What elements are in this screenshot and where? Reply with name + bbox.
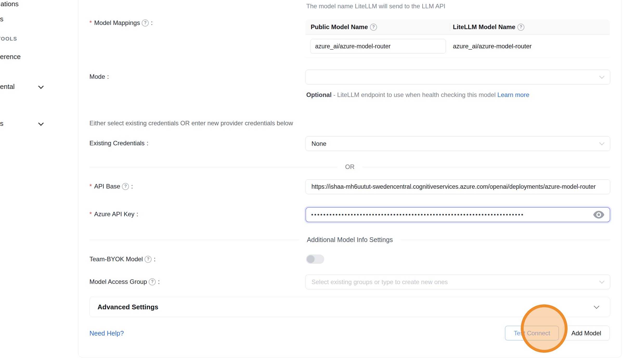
model-mappings-label: * Model Mappings ? : [89,19,153,27]
sidebar-item-truncated-1[interactable]: ations [1,0,18,8]
sidebar: ations s TOOLS erence ental s [0,0,78,360]
advanced-settings-title: Advanced Settings [97,303,595,311]
help-icon[interactable]: ? [142,19,149,27]
help-icon[interactable]: ? [370,24,377,31]
model-mappings-table-header: Public Model Name ? LiteLLM Model Name ? [305,19,610,35]
litellm-model-name-value: azure_ai/azure-model-router [453,35,532,58]
need-help-link[interactable]: Need Help? [89,330,124,337]
sidebar-item-truncated-5[interactable]: s [0,120,3,128]
toggle-knob [307,255,315,263]
api-base-field-wrap [305,179,610,194]
model-mappings-table-row: azure_ai/azure-model-router [305,35,610,58]
add-model-button[interactable]: Add Model [563,326,610,341]
existing-credentials-label: Existing Credentials: [89,140,148,147]
test-connect-button[interactable]: Test Connect [505,326,559,341]
column-divider [450,23,450,31]
help-icon[interactable]: ? [145,256,152,263]
mode-helper-text: Optional - LiteLLM endpoint to use when … [306,90,535,100]
help-icon[interactable]: ? [149,278,156,285]
credentials-note: Either select existing credentials OR en… [89,120,293,127]
sidebar-section-tools: TOOLS [0,36,17,42]
sidebar-item-truncated-3[interactable]: erence [0,53,21,61]
mode-label: Mode: [89,73,109,80]
additional-settings-divider: Additional Model Info Settings [89,236,610,244]
or-divider: OR [89,163,610,171]
sidebar-item-truncated-2[interactable]: s [0,15,3,23]
public-model-name-field-wrap [310,39,446,54]
learn-more-link[interactable]: Learn more [497,91,529,98]
eye-icon[interactable] [593,211,604,219]
required-asterisk: * [89,183,92,190]
required-asterisk: * [89,211,92,218]
chevron-down-icon [38,83,44,89]
model-access-group-placeholder: Select existing groups or type to create… [311,278,448,286]
public-model-name-input[interactable] [315,39,441,53]
azure-api-key-input[interactable] [311,208,591,222]
model-access-group-select[interactable]: Select existing groups or type to create… [305,274,610,289]
required-asterisk: * [89,19,92,27]
chevron-down-icon [599,278,604,284]
api-base-input[interactable] [311,180,608,194]
chevron-down-icon [599,140,604,145]
model-mappings-table: Public Model Name ? LiteLLM Model Name ?… [305,19,610,58]
team-byok-toggle[interactable] [306,254,324,264]
advanced-settings-panel[interactable]: Advanced Settings [89,297,610,317]
model-name-helper-text: The model name LiteLLM will send to the … [306,3,445,10]
team-byok-label: Team-BYOK Model ? : [89,256,155,263]
chevron-down-icon [38,120,44,126]
help-icon[interactable]: ? [517,24,524,31]
model-access-group-label: Model Access Group ? : [89,278,160,285]
azure-api-key-label: * Azure API Key : [89,211,138,218]
chevron-down-icon [599,74,604,79]
sidebar-item-truncated-4[interactable]: ental [0,83,15,91]
chevron-down-icon [594,303,599,309]
api-base-label: * API Base ? : [89,183,133,190]
mode-select[interactable] [305,70,610,84]
azure-api-key-field-wrap [305,207,610,222]
existing-credentials-select[interactable]: None [305,136,610,151]
column-header-litellm-model-name: LiteLLM Model Name ? [453,19,524,35]
help-icon[interactable]: ? [122,183,129,190]
column-header-public-model-name: Public Model Name ? [311,19,377,35]
